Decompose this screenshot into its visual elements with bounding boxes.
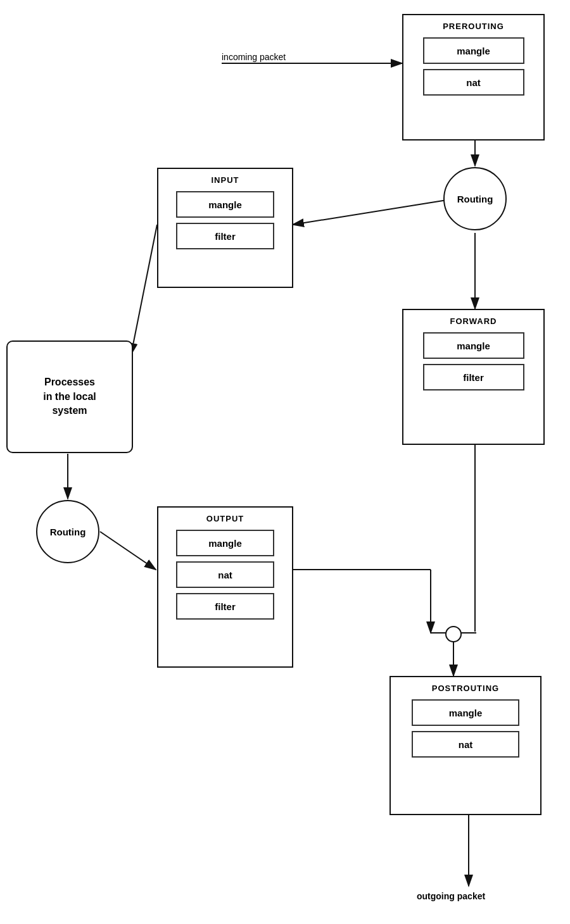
output-box: OUTPUT mangle nat filter (157, 506, 293, 668)
svg-line-5 (293, 199, 451, 225)
input-label: INPUT (165, 175, 286, 185)
prerouting-mangle: mangle (423, 37, 524, 64)
routing-circle-2: Routing (36, 500, 99, 563)
svg-line-8 (100, 532, 156, 570)
output-label: OUTPUT (165, 514, 286, 523)
local-system-label: Processesin the localsystem (43, 375, 96, 418)
forward-box: FORWARD mangle filter (402, 309, 545, 445)
local-system-box: Processesin the localsystem (6, 340, 133, 453)
postrouting-box: POSTROUTING mangle nat (390, 676, 542, 815)
output-filter: filter (176, 593, 274, 620)
forward-filter: filter (423, 364, 524, 390)
prerouting-nat: nat (423, 69, 524, 96)
incoming-packet-label: incoming packet (222, 52, 286, 62)
postrouting-nat: nat (412, 731, 519, 758)
output-mangle: mangle (176, 530, 274, 556)
svg-point-15 (446, 627, 461, 642)
output-nat: nat (176, 561, 274, 588)
forward-label: FORWARD (410, 316, 537, 326)
prerouting-label: PREROUTING (410, 22, 537, 31)
outgoing-packet-label: outgoing packet (417, 891, 485, 901)
diagram-area: incoming packet PREROUTING mangle nat Ro… (0, 0, 570, 924)
input-mangle: mangle (176, 191, 274, 218)
input-box: INPUT mangle filter (157, 168, 293, 288)
routing-circle-1: Routing (443, 167, 507, 230)
postrouting-mangle: mangle (412, 699, 519, 726)
postrouting-label: POSTROUTING (397, 684, 534, 693)
prerouting-box: PREROUTING mangle nat (402, 14, 545, 140)
svg-line-6 (131, 225, 157, 354)
input-filter: filter (176, 223, 274, 249)
forward-mangle: mangle (423, 332, 524, 359)
